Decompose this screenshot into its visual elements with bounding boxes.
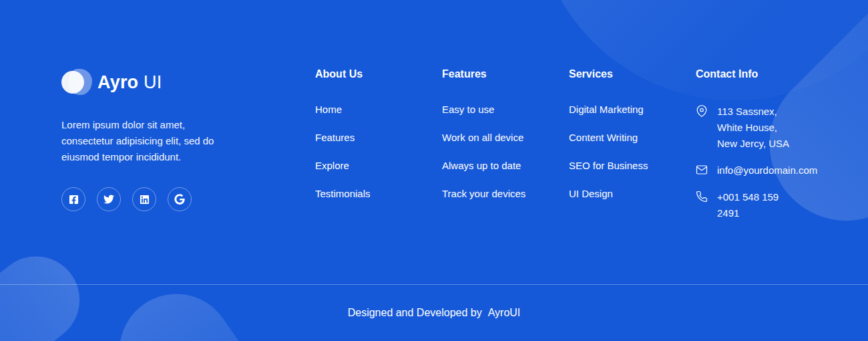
credit-link-ayroui[interactable]: AyroUI: [488, 307, 521, 319]
linkedin-button[interactable]: [132, 187, 156, 211]
site-footer: Ayro UI Lorem ipsum dolor sit amet, cons…: [0, 0, 868, 341]
brand-description-line: consectetur adipisicing elit, sed do: [61, 133, 245, 149]
footer-link-easy-to-use[interactable]: Easy to use: [442, 104, 569, 115]
footer-column-features: Features Easy to use Work on all device …: [442, 69, 569, 284]
footer-main: Ayro UI Lorem ipsum dolor sit amet, cons…: [0, 0, 868, 284]
footer-link-home[interactable]: Home: [315, 104, 442, 115]
logo-text-light: UI: [144, 72, 162, 92]
contact-phone: +001 548 159 2491: [717, 189, 779, 221]
column-title: Services: [569, 69, 696, 80]
brand-description-line: Lorem ipsum dolor sit amet,: [61, 117, 245, 133]
contact-phone-line: +001 548 159: [717, 189, 779, 205]
social-links: [61, 187, 315, 211]
logo-text-bold: Ayro: [97, 72, 138, 92]
map-pin-icon: [696, 105, 708, 117]
contact-address-line: New Jercy, USA: [717, 136, 789, 152]
contact-address-line: White House,: [717, 120, 789, 136]
logo-blob-shape: [69, 69, 92, 95]
footer-column-services: Services Digital Marketing Content Writi…: [569, 69, 696, 284]
column-title: Contact Info: [696, 69, 856, 80]
column-title: Features: [442, 69, 569, 80]
contact-address-row: 113 Sassnex, White House, New Jercy, USA: [696, 104, 856, 152]
google-icon: [174, 194, 185, 205]
footer-link-digital-marketing[interactable]: Digital Marketing: [569, 104, 696, 115]
contact-email: info@yourdomain.com: [717, 162, 817, 179]
facebook-icon: [69, 195, 79, 205]
twitter-icon: [103, 194, 114, 205]
footer-link-ui-design[interactable]: UI Design: [569, 188, 696, 199]
contact-phone-line: 2491: [717, 205, 779, 221]
footer-link-content-writing[interactable]: Content Writing: [569, 132, 696, 143]
brand-description-line: eiusmod tempor incididunt.: [61, 149, 245, 165]
column-title: About Us: [315, 69, 442, 80]
facebook-button[interactable]: [61, 187, 85, 211]
mail-icon: [696, 164, 708, 176]
twitter-button[interactable]: [97, 187, 121, 211]
footer-link-features[interactable]: Features: [315, 132, 442, 143]
brand-description: Lorem ipsum dolor sit amet, consectetur …: [61, 117, 245, 165]
logo-mark-icon: [61, 69, 93, 96]
brand-column: Ayro UI Lorem ipsum dolor sit amet, cons…: [61, 69, 315, 284]
contact-phone-row[interactable]: +001 548 159 2491: [696, 189, 856, 221]
footer-link-testimonials[interactable]: Testimonials: [315, 188, 442, 199]
footer-column-contact-info: Contact Info 113 Sassnex, White House, N…: [696, 69, 856, 284]
footer-link-track-your-devices[interactable]: Track your devices: [442, 188, 569, 199]
google-button[interactable]: [168, 187, 192, 211]
footer-link-always-up-to-date[interactable]: Always up to date: [442, 160, 569, 171]
phone-icon: [696, 191, 708, 203]
contact-address: 113 Sassnex, White House, New Jercy, USA: [717, 104, 789, 152]
footer-link-seo-for-business[interactable]: SEO for Business: [569, 160, 696, 171]
footer-link-work-on-all-device[interactable]: Work on all device: [442, 132, 569, 143]
contact-address-line: 113 Sassnex,: [717, 104, 789, 120]
footer-link-explore[interactable]: Explore: [315, 160, 442, 171]
brand-logo[interactable]: Ayro UI: [61, 69, 315, 96]
credit-text: Designed and Developed by: [348, 307, 482, 319]
footer-column-about-us: About Us Home Features Explore Testimoni…: [315, 69, 442, 284]
contact-email-row[interactable]: info@yourdomain.com: [696, 162, 856, 179]
linkedin-icon: [140, 195, 150, 205]
footer-bottom-bar: Designed and Developed by AyroUI: [0, 284, 868, 341]
contact-email-line: info@yourdomain.com: [717, 162, 817, 179]
logo-text: Ayro UI: [97, 74, 162, 92]
